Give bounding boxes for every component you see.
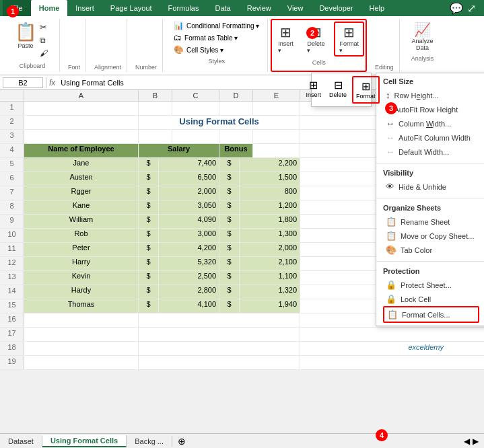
cell-a4[interactable]: Name of Employee <box>24 144 139 157</box>
cell-e3[interactable] <box>253 130 300 143</box>
cell-b5[interactable]: $ <box>139 158 159 172</box>
cell-d7[interactable]: $ <box>219 186 240 200</box>
tab-using-format-cells[interactable]: Using Format Cells <box>42 435 127 447</box>
cell-a11[interactable]: Peter <box>24 243 139 256</box>
cell-e7[interactable]: 800 <box>240 186 300 200</box>
cell-e10[interactable]: 1,300 <box>240 229 300 242</box>
cell-c1[interactable] <box>172 102 219 115</box>
cell-c14[interactable]: 2,800 <box>159 285 219 299</box>
cell-b3[interactable] <box>139 130 172 143</box>
cell-d11[interactable]: $ <box>219 243 240 256</box>
dd-insert-button[interactable]: ⊞ Insert <box>303 76 324 104</box>
cell-b18[interactable] <box>139 342 300 355</box>
cell-b6[interactable]: $ <box>139 172 159 186</box>
cell-a2[interactable] <box>24 116 139 129</box>
tab-backg[interactable]: Backg ... <box>127 436 172 447</box>
tab-insert[interactable]: Insert <box>67 0 102 16</box>
cut-button[interactable]: ✂ <box>38 22 50 33</box>
cell-a8[interactable]: Kane <box>24 200 139 214</box>
cell-e6[interactable]: 1,500 <box>240 172 300 186</box>
cell-c15[interactable]: 4,100 <box>159 299 219 313</box>
cell-d4[interactable]: Bonus <box>219 144 253 157</box>
cell-b1[interactable] <box>139 102 172 115</box>
cell-c13[interactable]: 2,500 <box>159 271 219 285</box>
cell-d6[interactable]: $ <box>219 172 240 186</box>
cell-b7[interactable]: $ <box>139 186 159 200</box>
cell-d14[interactable]: $ <box>219 285 240 299</box>
default-width-item[interactable]: ↔ Default Width... <box>383 145 479 159</box>
cell-b10[interactable]: $ <box>139 229 159 242</box>
scroll-left-icon[interactable]: ◀ <box>464 437 470 446</box>
cell-c7[interactable]: 2,000 <box>159 186 219 200</box>
cell-a17[interactable] <box>24 328 139 341</box>
cell-d10[interactable]: $ <box>219 229 240 242</box>
cell-a18[interactable] <box>24 342 139 355</box>
cell-d5[interactable]: $ <box>219 158 240 172</box>
col-header-a[interactable]: A <box>24 90 139 101</box>
col-header-e[interactable]: E <box>253 90 300 101</box>
tab-dataset[interactable]: Dataset <box>0 436 42 447</box>
ribbon-icon-comment[interactable]: 💬 <box>450 2 463 15</box>
cell-a3[interactable] <box>24 130 139 143</box>
cell-c6[interactable]: 6,500 <box>159 172 219 186</box>
ribbon-icon-restore[interactable]: ⤢ <box>467 2 476 15</box>
cell-d8[interactable]: $ <box>219 200 240 214</box>
row-height-item[interactable]: ↕ Row Height... <box>383 88 479 102</box>
cell-e1[interactable] <box>253 102 300 115</box>
tab-home[interactable]: Home <box>31 0 68 16</box>
cell-c10[interactable]: 3,000 <box>159 229 219 242</box>
cell-e4[interactable] <box>253 144 300 157</box>
tab-color-item[interactable]: 🎨 Tab Color <box>383 243 479 257</box>
cell-e12[interactable]: 2,100 <box>240 257 300 270</box>
tab-view[interactable]: View <box>279 0 312 16</box>
cell-b16[interactable] <box>139 313 300 327</box>
cell-c12[interactable]: 5,320 <box>159 257 219 270</box>
tab-review[interactable]: Review <box>239 0 279 16</box>
tab-formulas[interactable]: Formulas <box>160 0 207 16</box>
autofit-col-item[interactable]: ↔ AutoFit Column Width <box>383 130 479 145</box>
col-header-c[interactable]: C <box>172 90 219 101</box>
cell-a19[interactable] <box>24 356 139 369</box>
conditional-formatting-button[interactable]: 📊 Conditional Formatting ▾ <box>171 20 262 31</box>
protect-sheet-item[interactable]: 🔒 Protect Sheet... <box>383 278 479 292</box>
cell-c9[interactable]: 4,090 <box>159 215 219 228</box>
cell-b9[interactable]: $ <box>139 215 159 228</box>
col-header-b[interactable]: B <box>139 90 172 101</box>
cell-a9[interactable]: William <box>24 215 139 228</box>
cell-a13[interactable]: Kevin <box>24 271 139 285</box>
cell-b15[interactable]: $ <box>139 299 159 313</box>
cell-b12[interactable]: $ <box>139 257 159 270</box>
tab-page-layout[interactable]: Page Layout <box>102 0 160 16</box>
cell-a1[interactable] <box>24 102 139 115</box>
copy-button[interactable]: ⧉ <box>38 35 50 46</box>
cell-e15[interactable]: 1,940 <box>240 299 300 313</box>
cell-d9[interactable]: $ <box>219 215 240 228</box>
cell-d13[interactable]: $ <box>219 271 240 285</box>
rename-sheet-item[interactable]: 📋 Rename Sheet <box>383 215 479 229</box>
cell-e8[interactable]: 1,200 <box>240 200 300 214</box>
cell-e11[interactable]: 2,000 <box>240 243 300 256</box>
insert-button[interactable]: ⊞ Insert▾ <box>273 23 298 55</box>
cell-e14[interactable]: 1,320 <box>240 285 300 299</box>
cell-e5[interactable]: 2,200 <box>240 158 300 172</box>
scroll-right-icon[interactable]: ▶ <box>473 437 479 446</box>
cell-d15[interactable]: $ <box>219 299 240 313</box>
format-cells-item[interactable]: 📋 Format Cells... <box>383 306 479 323</box>
hide-unhide-item[interactable]: 👁 Hide & Unhide <box>383 180 479 194</box>
cell-a16[interactable] <box>24 313 139 327</box>
cell-b4[interactable]: Salary <box>139 144 219 157</box>
cell-b17[interactable] <box>139 328 300 341</box>
tab-add-button[interactable]: ⊕ <box>172 435 191 448</box>
cell-e13[interactable]: 1,100 <box>240 271 300 285</box>
autofit-row-item[interactable]: ↕ AutoFit Row Height <box>383 102 479 116</box>
cell-c8[interactable]: 3,050 <box>159 200 219 214</box>
cell-a14[interactable]: Hardy <box>24 285 139 299</box>
cell-d1[interactable] <box>219 102 253 115</box>
cell-b14[interactable]: $ <box>139 285 159 299</box>
cell-c11[interactable]: 4,200 <box>159 243 219 256</box>
cell-b8[interactable]: $ <box>139 200 159 214</box>
format-as-table-button[interactable]: 🗂 Format as Table ▾ <box>171 32 240 43</box>
dd-delete-button[interactable]: ⊟ Delete <box>326 76 349 104</box>
cell-b13[interactable]: $ <box>139 271 159 285</box>
dd-format-button[interactable]: ⊞ Format <box>352 76 380 104</box>
